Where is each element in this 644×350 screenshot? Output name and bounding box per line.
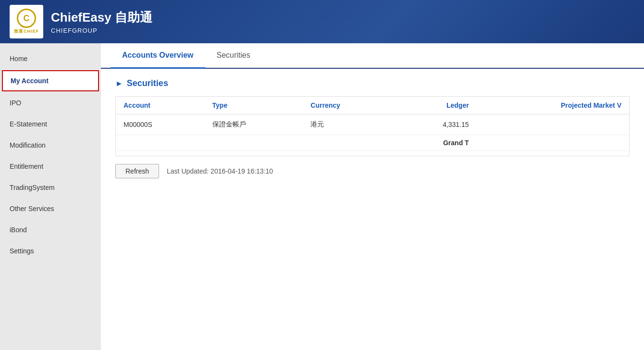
sidebar-item-home[interactable]: Home (0, 48, 101, 69)
sidebar-item-entitlement[interactable]: Entitlement (0, 156, 101, 177)
logo: C 致富CHIEF (10, 5, 43, 38)
securities-table-container: Account Type Currency Ledger Projected M… (115, 96, 630, 156)
section-title: Securities (127, 78, 168, 88)
cell-currency: 港元 (303, 114, 393, 135)
col-header-currency: Currency (303, 97, 393, 114)
grand-total-row: Grand T (116, 135, 629, 151)
sidebar-item-other-services[interactable]: Other Services (0, 198, 101, 219)
tab-securities[interactable]: Securities (205, 43, 262, 69)
refresh-section: Refresh Last Updated: 2016-04-19 16:13:1… (115, 156, 630, 186)
grand-total-value (477, 135, 629, 151)
refresh-button[interactable]: Refresh (115, 164, 159, 178)
cell-type: 保證金帳戶 (205, 114, 303, 135)
table-row: M00000S 保證金帳戶 港元 4,331.15 (116, 114, 629, 135)
app-header: C 致富CHIEF ChiefEasy 自助通 CHIEFGROUP (0, 0, 644, 43)
sidebar-item-trading-system[interactable]: TradingSystem (0, 177, 101, 198)
main-layout: Home My Account IPO E-Statement Modifica… (0, 43, 644, 350)
securities-table: Account Type Currency Ledger Projected M… (116, 97, 629, 151)
sidebar-item-settings[interactable]: Settings (0, 240, 101, 262)
header-title: ChiefEasy 自助通 CHIEFGROUP (51, 9, 152, 34)
tab-bar: Accounts Overview Securities (101, 43, 644, 69)
content-body: ► Securities Account Type Currency Ledge… (101, 69, 644, 350)
sidebar-item-ipo[interactable]: IPO (0, 92, 101, 113)
col-header-type: Type (205, 97, 303, 114)
col-header-account: Account (116, 97, 205, 114)
company-name: CHIEFGROUP (51, 27, 152, 34)
col-header-ledger: Ledger (393, 97, 477, 114)
grand-total-label: Grand T (116, 135, 477, 151)
cell-account: M00000S (116, 114, 205, 135)
section-header: ► Securities (115, 78, 630, 88)
cell-ledger: 4,331.15 (393, 114, 477, 135)
sidebar-item-e-statement[interactable]: E-Statement (0, 113, 101, 135)
section-arrow-icon: ► (115, 79, 123, 88)
content-area: Accounts Overview Securities ► Securitie… (101, 43, 644, 350)
sidebar: Home My Account IPO E-Statement Modifica… (0, 43, 101, 350)
table-header-row: Account Type Currency Ledger Projected M… (116, 97, 629, 114)
app-name: ChiefEasy 自助通 (51, 9, 152, 26)
col-header-projected: Projected Market V (477, 97, 629, 114)
last-updated-text: Last Updated: 2016-04-19 16:13:10 (167, 167, 273, 175)
cell-projected (477, 114, 629, 135)
sidebar-item-ibond[interactable]: iBond (0, 219, 101, 240)
sidebar-item-modification[interactable]: Modification (0, 135, 101, 156)
sidebar-item-my-account[interactable]: My Account (2, 70, 99, 91)
tab-accounts-overview[interactable]: Accounts Overview (111, 43, 205, 69)
